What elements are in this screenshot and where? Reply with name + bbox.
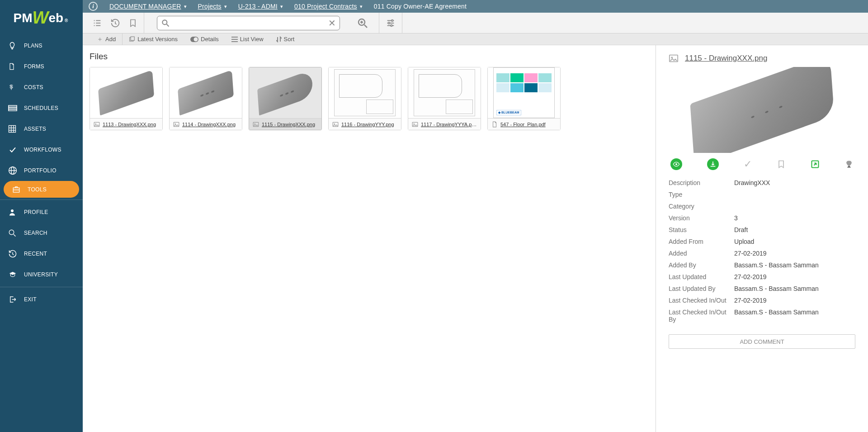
detail-field-value: 27-02-2019 [734, 297, 855, 304]
file-thumbnail [170, 67, 242, 118]
detail-field-value [734, 203, 855, 210]
breadcrumb-4: 011 Copy Owner-AE Agreement [368, 3, 472, 10]
settings-sliders-icon[interactable] [386, 18, 396, 28]
sidebar-item-label: RECENT [24, 251, 47, 257]
detail-field-value: Bassam.S - Bassam Samman [734, 309, 855, 323]
file-card[interactable]: ◆ BLUEBEAM547 - Floor_Plan.pdf [487, 67, 561, 130]
toggle-on-icon [190, 37, 198, 42]
approve-icon[interactable]: ✓ [744, 158, 752, 170]
detail-field-label: Added From [669, 238, 734, 245]
file-name-link[interactable]: 547 - Floor_Plan.pdf [500, 122, 546, 127]
bookmark-detail-icon[interactable] [777, 159, 786, 169]
file-thumbnail [408, 67, 481, 118]
sort-button[interactable]: Sort [270, 33, 301, 45]
file-name-link[interactable]: 1114 - DrawingXXX.png [182, 122, 236, 127]
file-card[interactable]: ✓1115 - DrawingXXX.png [249, 67, 322, 130]
search-box[interactable]: ✕ [157, 16, 340, 30]
sidebar-item-assets[interactable]: ASSETS [0, 119, 83, 139]
sidebar-item-label: EXIT [24, 296, 37, 303]
sidebar: PLANSFORMSCOSTSSCHEDULESASSETSWORKFLOWSP… [0, 0, 83, 432]
sidebar-item-exit[interactable]: EXIT [0, 289, 83, 310]
file-name-link[interactable]: 1113 - DrawingXXX.png [103, 122, 156, 127]
detail-field-value: Bassam.S - Bassam Samman [734, 261, 855, 269]
file-card[interactable]: 1114 - DrawingXXX.png [169, 67, 242, 130]
detail-field-label: Added [669, 250, 734, 257]
breadcrumb-2[interactable]: U-213 - ADMI▾ [233, 3, 289, 10]
svg-point-23 [391, 24, 392, 26]
clear-search-icon[interactable]: ✕ [328, 18, 336, 28]
sidebar-item-label: UNIVERSITY [24, 271, 58, 278]
sidebar-item-plans[interactable]: PLANS [0, 35, 83, 56]
zoom-in-icon[interactable] [357, 18, 368, 28]
svg-point-15 [162, 20, 167, 24]
download-icon[interactable] [707, 158, 719, 170]
detail-field-value: 27-02-2019 [734, 250, 855, 257]
file-image-icon [412, 121, 418, 128]
file-thumbnail [90, 67, 162, 118]
sidebar-item-label: COSTS [24, 84, 43, 90]
detail-field-value: Upload [734, 238, 855, 245]
color-picker-icon[interactable] [844, 159, 854, 169]
svg-rect-25 [131, 37, 134, 40]
list-view-button[interactable]: List View [225, 33, 270, 45]
file-name-link[interactable]: 1117 - DrawingYYYA.png [421, 122, 477, 127]
detail-field-label: Type [669, 191, 734, 198]
svg-point-34 [175, 123, 176, 124]
files-area: Files 1113 - DrawingXXX.png1114 - Drawin… [83, 45, 656, 432]
detail-title[interactable]: 1115 - DrawingXXX.png [685, 54, 767, 63]
sidebar-item-profile[interactable]: PROFILE [0, 202, 83, 223]
exit-icon [8, 295, 17, 304]
detail-field-value: Draft [734, 226, 855, 233]
sidebar-item-university[interactable]: UNIVERSITY [0, 264, 83, 285]
detail-field-value: DrawingXXX [734, 179, 855, 186]
grid-icon [8, 125, 17, 133]
svg-line-16 [167, 24, 169, 26]
history-icon[interactable] [110, 18, 120, 28]
svg-point-42 [671, 57, 673, 58]
sidebar-item-schedules[interactable]: SCHEDULES [0, 98, 83, 119]
sidebar-item-forms[interactable]: FORMS [0, 56, 83, 77]
sidebar-item-label: SEARCH [24, 230, 47, 236]
app-logo: PMWeb® [0, 0, 81, 33]
svg-point-40 [414, 123, 415, 124]
file-card[interactable]: 1117 - DrawingYYYA.png [408, 67, 481, 130]
detail-field-label: Status [669, 226, 734, 233]
svg-rect-2 [9, 109, 17, 111]
breadcrumb-0[interactable]: DOCUMENT MANAGER▾ [104, 3, 193, 10]
sidebar-item-recent[interactable]: RECENT [0, 243, 83, 264]
sidebar-item-costs[interactable]: COSTS [0, 77, 83, 98]
chevron-down-icon: ▾ [280, 4, 283, 9]
info-icon[interactable]: i [89, 2, 98, 11]
add-button[interactable]: ＋Add [90, 33, 123, 45]
detail-actions: ✓ [669, 158, 855, 170]
briefcase-icon [12, 185, 21, 194]
file-card[interactable]: 1116 - DrawingYYY.png [328, 67, 401, 130]
file-card[interactable]: 1113 - DrawingXXX.png [90, 67, 163, 130]
search-input[interactable] [170, 19, 328, 27]
details-toggle[interactable]: Details [184, 33, 225, 45]
detail-field-value: Bassam.S - Bassam Samman [734, 285, 855, 292]
sidebar-item-portfolio[interactable]: PORTFOLIO [0, 160, 83, 181]
sidebar-item-tools[interactable]: TOOLS [4, 181, 79, 198]
open-external-icon[interactable] [811, 160, 820, 169]
sidebar-item-label: TOOLS [28, 186, 47, 193]
action-bar: ✕ [0, 13, 868, 33]
latest-versions-button[interactable]: Latest Versions [123, 33, 184, 45]
breadcrumb-3[interactable]: 010 Project Contracts▾ [289, 3, 368, 10]
sidebar-item-search[interactable]: SEARCH [0, 223, 83, 243]
file-name-link[interactable]: 1116 - DrawingYYY.png [341, 122, 394, 127]
svg-point-22 [388, 22, 390, 24]
list-toggle-icon[interactable] [92, 18, 102, 28]
view-icon[interactable] [670, 158, 682, 170]
file-name-link[interactable]: 1115 - DrawingXXX.png [262, 122, 315, 127]
sidebar-item-label: WORKFLOWS [24, 147, 61, 153]
files-heading: Files [90, 52, 649, 62]
add-comment-button[interactable]: ADD COMMENT [669, 334, 855, 349]
file-image-icon [253, 121, 259, 128]
bookmark-icon[interactable] [128, 18, 137, 28]
main-content: Files 1113 - DrawingXXX.png1114 - Drawin… [83, 45, 868, 432]
breadcrumb-1[interactable]: Projects▾ [193, 3, 233, 10]
sidebar-item-workflows[interactable]: WORKFLOWS [0, 139, 83, 160]
top-bar: i DOCUMENT MANAGER▾Projects▾U-213 - ADMI… [0, 0, 868, 13]
file-thumbnail: ◆ BLUEBEAM [488, 67, 560, 118]
